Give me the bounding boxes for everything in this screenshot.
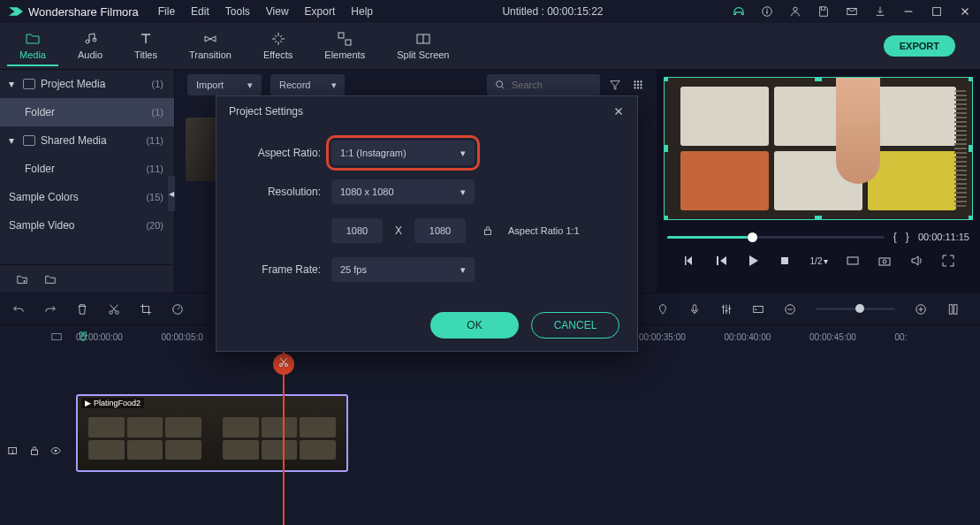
svg-point-26 [116,310,119,314]
framerate-label: Frame Rate: [241,263,321,276]
folder-icon[interactable] [44,273,57,285]
menu-tools[interactable]: Tools [225,5,250,18]
menu-file[interactable]: File [158,5,175,18]
maximize-icon[interactable] [931,5,943,18]
save-icon[interactable] [817,5,830,18]
mixer-icon[interactable] [720,303,733,316]
step-back-icon[interactable] [714,254,728,268]
handle-r[interactable] [969,145,973,152]
handle-tl[interactable] [664,77,668,81]
clip-label: ▶PlatingFood2 [81,398,144,408]
sidebar-folder-1[interactable]: Folder(1) [0,98,174,126]
svg-point-18 [640,87,642,88]
handle-br[interactable] [969,216,973,220]
ok-button[interactable]: OK [430,312,519,339]
titlebar-actions [733,5,971,18]
brace-left[interactable]: { [893,231,897,243]
magnet-icon[interactable] [39,331,127,343]
zoom-slider[interactable] [816,308,895,310]
tab-media[interactable]: Media [7,27,58,66]
volume-icon[interactable] [909,254,923,268]
lock-icon[interactable] [28,445,41,457]
audio-meter-icon[interactable] [946,303,968,316]
height-input[interactable] [414,218,466,243]
quality-icon[interactable] [846,254,860,268]
redo-icon[interactable] [44,303,57,316]
tab-splitscreen[interactable]: Split Screen [384,27,461,66]
split-icon [415,31,431,47]
grid-view-icon[interactable] [632,79,644,91]
zoom-out-icon[interactable] [784,303,796,316]
speed-icon[interactable] [171,303,184,316]
close-icon[interactable] [959,5,971,18]
voiceover-icon[interactable] [688,303,701,316]
timeline-clip[interactable]: ▶PlatingFood2 [76,394,348,472]
snapshot-icon[interactable] [877,254,892,268]
minimize-icon[interactable] [902,5,915,18]
menu-edit[interactable]: Edit [191,5,209,18]
sidebar-shared-media[interactable]: ▾Shared Media(11) [0,126,174,155]
zoom-ratio[interactable]: 1/2 ▾ [809,254,828,268]
stop-icon[interactable] [778,254,792,268]
sidebar-sample-colors[interactable]: Sample Colors(15) [0,183,174,211]
chevron-down-icon: ▾ [247,80,253,91]
headset-icon[interactable] [733,5,745,18]
svg-point-17 [637,87,639,88]
play-icon[interactable] [746,254,760,268]
preview-viewport[interactable] [664,77,973,220]
svg-rect-33 [949,304,953,314]
info-icon[interactable] [761,5,773,18]
crop-icon[interactable] [140,303,152,316]
collapse-sidebar-button[interactable]: ◀ [168,176,175,211]
tab-transition[interactable]: Transition [177,27,244,66]
sidebar-project-media[interactable]: ▾Project Media(1) [0,70,174,98]
handle-tr[interactable] [969,77,973,81]
menu-help[interactable]: Help [351,5,373,18]
zoom-in-icon[interactable] [915,303,927,316]
filter-icon[interactable] [609,79,621,91]
marker-icon[interactable] [657,303,669,316]
import-dropdown[interactable]: Import▾ [187,74,262,95]
eye-icon[interactable] [49,445,62,457]
search-box[interactable] [487,74,600,95]
close-icon[interactable] [612,105,625,118]
width-input[interactable] [331,218,383,243]
menu-view[interactable]: View [266,5,289,18]
cancel-button[interactable]: CANCEL [531,312,619,339]
new-folder-icon[interactable] [16,273,28,285]
export-button[interactable]: EXPORT [884,35,955,57]
tab-titles[interactable]: Titles [122,27,170,66]
track-badge-icon[interactable]: 1 [7,445,19,457]
lock-icon[interactable] [482,224,494,237]
seek-slider[interactable] [667,236,885,239]
search-input[interactable] [512,80,582,90]
tab-audio[interactable]: Audio [65,27,115,66]
mail-icon[interactable] [846,5,858,18]
fullscreen-icon[interactable] [941,254,955,268]
framerate-select[interactable]: 25 fps▾ [331,257,475,282]
menu-export[interactable]: Export [305,5,336,18]
resolution-select[interactable]: 1080 x 1080▾ [331,179,475,204]
cut-icon[interactable] [108,303,120,316]
download-icon[interactable] [874,5,886,18]
undo-icon[interactable] [12,303,25,316]
account-icon[interactable] [789,5,801,18]
record-dropdown[interactable]: Record▾ [270,74,345,95]
brace-right[interactable]: } [906,231,909,243]
handle-bl[interactable] [664,216,668,220]
chevron-down-icon: ▾ [331,80,337,91]
tab-effects[interactable]: Effects [251,27,305,66]
prev-frame-icon[interactable] [682,254,696,268]
handle-t[interactable] [815,77,822,81]
render-icon[interactable] [752,303,764,316]
chevron-down-icon: ▾ [460,148,466,159]
aspect-ratio-select[interactable]: 1:1 (Instagram)▾ [331,141,475,165]
handle-l[interactable] [664,145,668,152]
tab-elements[interactable]: Elements [312,27,377,66]
handle-b[interactable] [815,216,822,220]
sidebar-folder-2[interactable]: Folder(11) [0,155,174,183]
dialog-title: Project Settings [229,105,303,118]
sidebar-sample-video[interactable]: Sample Video(20) [0,211,174,240]
svg-point-9 [497,81,503,88]
delete-icon[interactable] [76,303,88,316]
